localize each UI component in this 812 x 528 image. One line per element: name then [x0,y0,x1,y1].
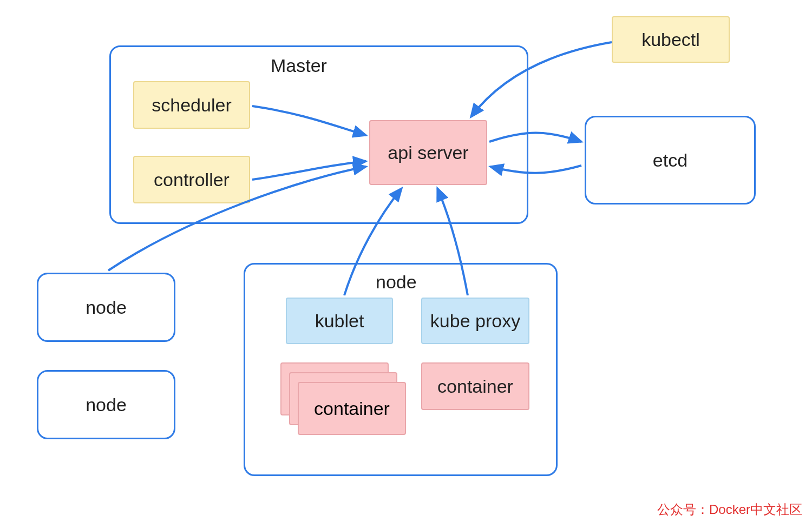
master-title: Master [271,55,327,76]
kube-proxy-label: kube proxy [430,311,520,332]
container-stack: container [280,362,406,435]
scheduler-box: scheduler [133,81,250,129]
api-server-label: api server [388,142,468,163]
container-stack-layer-1: container [298,382,406,435]
kube-proxy-box: kube proxy [421,298,529,344]
kubectl-label: kubectl [641,29,700,50]
etcd-label: etcd [653,150,687,171]
node-main-title: node [376,272,417,293]
kubectl-box: kubectl [612,16,730,63]
container-single-label: container [437,376,513,397]
etcd-box: etcd [585,116,756,204]
scheduler-label: scheduler [152,95,231,116]
controller-label: controller [154,169,230,190]
controller-box: controller [133,156,250,203]
api-server-box: api server [369,120,487,185]
node-left-1: node [37,273,175,342]
kublet-box: kublet [286,298,393,344]
node-left-2: node [37,370,175,439]
node-left-1-label: node [86,297,127,318]
container-stack-label: container [314,398,390,419]
watermark-text: 公众号：Docker中文社区 [657,501,802,518]
container-single-box: container [421,362,529,410]
kublet-label: kublet [315,311,364,332]
node-left-2-label: node [86,394,127,415]
